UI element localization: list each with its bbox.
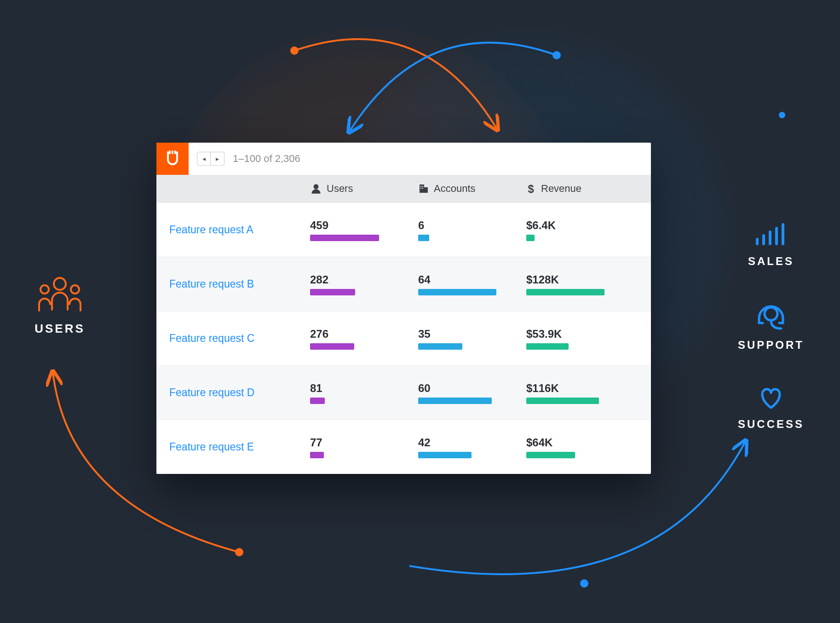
accounts-bar [418, 235, 429, 241]
users-group-icon [35, 274, 85, 315]
users-cell: 81 [304, 382, 412, 404]
accounts-bar [418, 343, 462, 350]
svg-rect-19 [424, 187, 428, 193]
users-bar [310, 235, 379, 241]
accounts-value: 6 [418, 219, 520, 232]
feature-name-link[interactable]: Feature request B [156, 278, 304, 290]
pager-prev-button[interactable]: ◂ [197, 152, 211, 166]
caret-right-icon: ▸ [216, 155, 219, 162]
revenue-bar [526, 452, 575, 458]
table-row: Feature request A4596$6.4K [156, 202, 651, 257]
users-audience-text: USERS [35, 322, 85, 335]
users-value: 81 [310, 382, 412, 395]
revenue-value: $64K [526, 436, 651, 449]
svg-point-0 [290, 46, 299, 55]
users-value: 77 [310, 436, 412, 449]
pager-next-button[interactable]: ▸ [211, 152, 224, 166]
revenue-bar [526, 235, 535, 241]
success-text: SUCCESS [738, 418, 804, 430]
accounts-bar [418, 398, 492, 404]
users-bar [310, 289, 355, 295]
window-titlebar: ◂ ▸ 1–100 of 2,306 [156, 143, 651, 175]
accounts-cell: 42 [412, 436, 520, 458]
support-label: SUPPORT [725, 300, 817, 352]
revenue-cell: $116K [520, 382, 651, 404]
uservoice-logo-icon [163, 150, 182, 168]
svg-text:$: $ [528, 183, 534, 195]
accounts-value: 42 [418, 436, 520, 449]
accounts-value: 35 [418, 328, 520, 340]
accounts-cell: 64 [412, 273, 520, 295]
svg-point-7 [71, 285, 79, 294]
revenue-cell: $53.9K [520, 328, 651, 350]
revenue-value: $53.9K [526, 328, 651, 340]
col-header-revenue[interactable]: $ Revenue [520, 183, 651, 195]
svg-point-5 [54, 278, 66, 290]
users-audience-label: USERS [18, 274, 101, 336]
svg-point-1 [552, 51, 561, 59]
users-cell: 77 [304, 436, 412, 458]
success-heart-icon [755, 384, 787, 411]
accounts-value: 64 [418, 273, 520, 286]
svg-rect-20 [420, 186, 421, 187]
sales-bars-icon [753, 221, 789, 248]
table-row: Feature request D8160$116K [156, 365, 651, 420]
accounts-bar [418, 452, 472, 458]
support-text: SUPPORT [738, 339, 804, 351]
building-icon [418, 183, 429, 194]
users-bar [310, 452, 324, 458]
revenue-cell: $6.4K [520, 219, 651, 241]
svg-rect-21 [422, 186, 423, 187]
pager: ◂ ▸ [197, 152, 224, 166]
users-bar [310, 398, 325, 404]
svg-rect-22 [420, 188, 421, 189]
svg-point-4 [779, 112, 785, 118]
users-cell: 459 [304, 219, 412, 241]
col-header-users-text: Users [327, 183, 353, 195]
accounts-bar [418, 289, 496, 295]
sales-label: SALES [725, 221, 817, 268]
svg-point-6 [40, 285, 49, 294]
table-row: Feature request C27635$53.9K [156, 311, 651, 365]
app-logo [156, 143, 189, 175]
table-row: Feature request E7742$64K [156, 420, 651, 474]
support-headset-icon [753, 300, 789, 332]
sales-text: SALES [748, 255, 794, 267]
revenue-value: $128K [526, 273, 651, 286]
revenue-bar [526, 289, 604, 295]
revenue-bar [526, 343, 569, 350]
revenue-cell: $64K [520, 436, 651, 458]
col-header-users[interactable]: Users [304, 183, 412, 195]
users-cell: 282 [304, 273, 412, 295]
accounts-cell: 6 [412, 219, 520, 241]
accounts-cell: 35 [412, 328, 520, 350]
users-value: 282 [310, 273, 412, 286]
svg-point-13 [765, 307, 777, 320]
svg-point-17 [314, 184, 319, 189]
svg-point-3 [580, 579, 588, 588]
svg-point-2 [235, 548, 243, 556]
users-bar [310, 343, 354, 350]
caret-left-icon: ◂ [202, 155, 206, 162]
feature-request-table-window: ◂ ▸ 1–100 of 2,306 Users Accounts $ Reve… [156, 143, 651, 474]
revenue-value: $6.4K [526, 219, 651, 232]
revenue-value: $116K [526, 382, 651, 395]
accounts-value: 60 [418, 382, 520, 395]
users-value: 276 [310, 328, 412, 340]
svg-rect-18 [420, 185, 424, 193]
users-cell: 276 [304, 328, 412, 350]
table-header: Users Accounts $ Revenue [156, 175, 651, 202]
pager-range-text: 1–100 of 2,306 [233, 153, 300, 165]
revenue-cell: $128K [520, 273, 651, 295]
revenue-bar [526, 398, 599, 404]
svg-rect-23 [422, 188, 423, 189]
dollar-icon: $ [526, 183, 536, 195]
user-icon [310, 183, 322, 195]
feature-name-link[interactable]: Feature request A [156, 224, 304, 236]
feature-name-link[interactable]: Feature request D [156, 386, 304, 399]
feature-name-link[interactable]: Feature request E [156, 441, 304, 453]
feature-name-link[interactable]: Feature request C [156, 332, 304, 345]
accounts-cell: 60 [412, 382, 520, 404]
col-header-accounts-text: Accounts [434, 183, 476, 195]
col-header-accounts[interactable]: Accounts [412, 183, 520, 195]
